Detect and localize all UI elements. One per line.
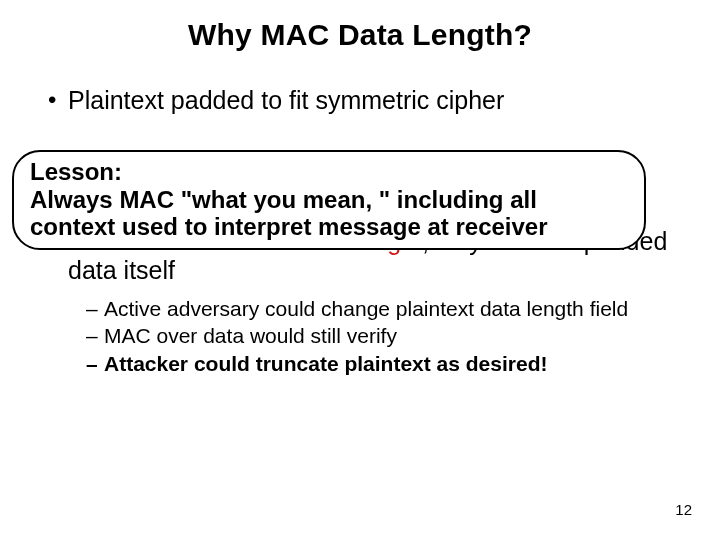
slide: Why MAC Data Length? Plaintext padded to… bbox=[0, 0, 720, 540]
callout-line1: Lesson: bbox=[30, 158, 628, 186]
slide-title: Why MAC Data Length? bbox=[40, 18, 680, 52]
sub-list: Active adversary could change plaintext … bbox=[86, 296, 680, 376]
bullet-plaintext-padded: Plaintext padded to fit symmetric cipher bbox=[40, 86, 680, 115]
callout-line2: Always MAC "what you mean, " including a… bbox=[30, 186, 628, 241]
page-number: 12 bbox=[675, 501, 692, 518]
sub-adversary-change: Active adversary could change plaintext … bbox=[86, 296, 680, 321]
sub-mac-verify: MAC over data would still verify bbox=[86, 323, 680, 348]
sub-truncate: Attacker could truncate plaintext as des… bbox=[86, 351, 680, 376]
lesson-callout: Lesson: Always MAC "what you mean, " inc… bbox=[12, 150, 646, 250]
